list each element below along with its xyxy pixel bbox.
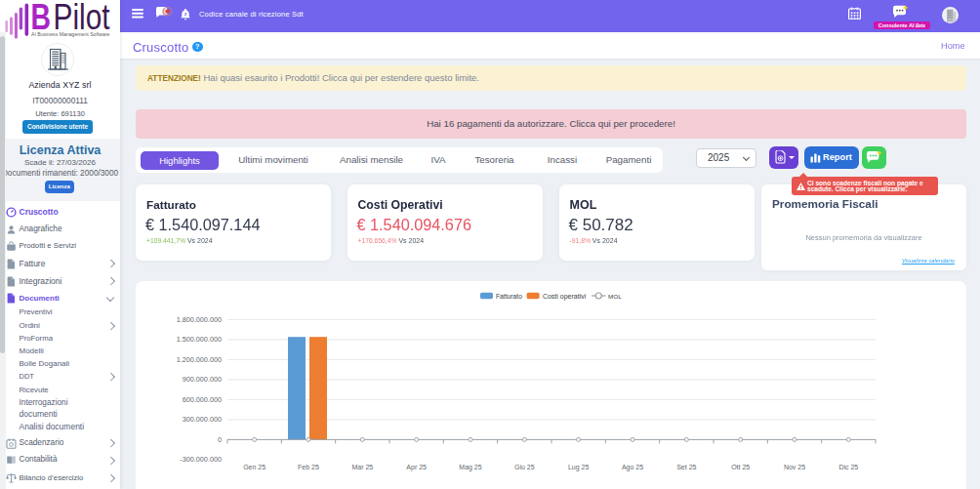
svg-text:Feb 25: Feb 25 bbox=[298, 464, 319, 470]
svg-text:z: z bbox=[184, 11, 186, 17]
svg-text:Nov 25: Nov 25 bbox=[784, 464, 805, 470]
svg-text:Giu 25: Giu 25 bbox=[514, 464, 535, 470]
svg-text:AI Business Management Softwar: AI Business Management Software bbox=[31, 31, 110, 37]
svg-text:Set 25: Set 25 bbox=[676, 464, 696, 470]
svg-text:600.000.000: 600.000.000 bbox=[183, 395, 222, 404]
svg-text:Costi operativi: Costi operativi bbox=[543, 293, 587, 301]
svg-text:Mar 25: Mar 25 bbox=[351, 464, 373, 470]
svg-text:Gen 25: Gen 25 bbox=[243, 464, 265, 470]
svg-text:0: 0 bbox=[218, 435, 222, 444]
svg-text:Apr 25: Apr 25 bbox=[406, 464, 427, 471]
svg-text:Mag 25: Mag 25 bbox=[459, 464, 481, 471]
svg-text:1.200.000.000: 1.200.000.000 bbox=[177, 355, 222, 364]
svg-text:1.500.000.000: 1.500.000.000 bbox=[177, 335, 222, 344]
svg-text:1.800.000.000: 1.800.000.000 bbox=[177, 315, 222, 324]
svg-text:900.000.000: 900.000.000 bbox=[183, 375, 222, 384]
svg-text:Fatturato: Fatturato bbox=[496, 293, 522, 300]
svg-text:Ott 25: Ott 25 bbox=[731, 464, 750, 470]
svg-text:300.000.000: 300.000.000 bbox=[183, 415, 222, 424]
svg-text:Dic 25: Dic 25 bbox=[838, 464, 858, 470]
svg-text:-300.000.000: -300.000.000 bbox=[180, 455, 222, 464]
svg-text:Lug 25: Lug 25 bbox=[568, 464, 590, 471]
svg-text:Ago 25: Ago 25 bbox=[622, 464, 643, 471]
svg-text:MOL: MOL bbox=[608, 293, 622, 300]
